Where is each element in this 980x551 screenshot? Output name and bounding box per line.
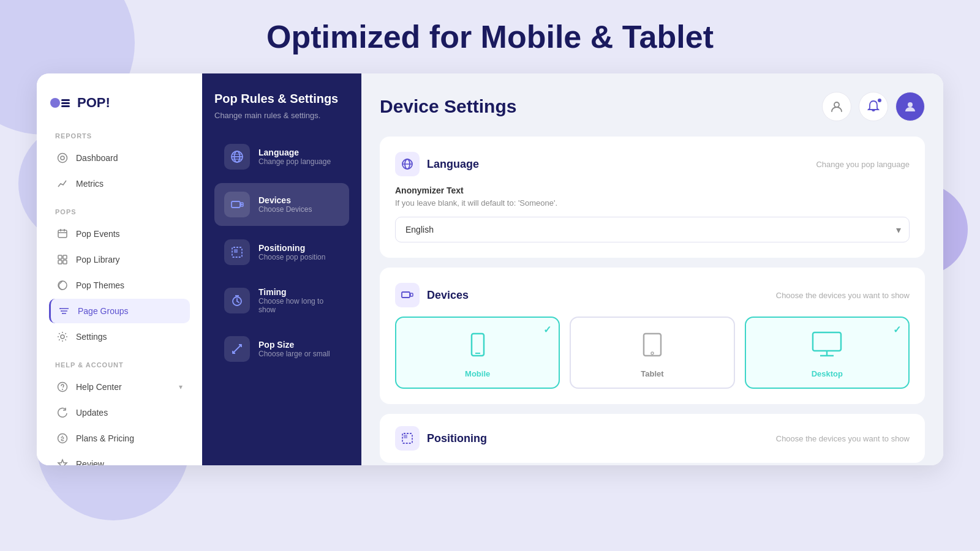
desktop-icon (810, 330, 843, 363)
language-select-wrap: English French Spanish German ▾ (395, 217, 910, 242)
positioning-card-hint: Choose the devices you want to show (776, 434, 910, 443)
desktop-label: Desktop (812, 369, 843, 378)
devices-card-title-area: Devices (395, 283, 469, 307)
svg-line-38 (237, 301, 239, 302)
positioning-card-partial: Positioning Choose the devices you want … (380, 414, 925, 463)
menu-item-devices[interactable]: Devices Choose Devices (214, 183, 349, 226)
notification-button[interactable] (859, 92, 888, 121)
header-actions (822, 92, 925, 121)
svg-rect-31 (232, 201, 240, 208)
svg-point-19 (61, 310, 62, 312)
language-card: Language Change you pop language Anonymi… (380, 137, 925, 258)
sidebar-item-pop-events-label: Pop Events (76, 229, 120, 239)
sidebar-item-pop-themes[interactable]: Pop Themes (49, 273, 190, 298)
app-wrapper: POP! REPORTS Dashboard (37, 73, 943, 465)
device-card-mobile[interactable]: ✓ Mobile (395, 317, 560, 389)
pop-events-icon (56, 228, 69, 240)
svg-marker-25 (58, 460, 67, 465)
sidebar-item-updates[interactable]: Updates (49, 400, 190, 425)
timer-icon (230, 294, 244, 307)
svg-rect-35 (234, 249, 238, 253)
svg-rect-1 (61, 99, 70, 101)
svg-rect-3 (61, 105, 70, 107)
avatar-icon (903, 100, 917, 113)
content-header: Device Settings (380, 92, 925, 121)
positioning-card-left: Positioning (395, 426, 487, 451)
positioning-card-title: Positioning (427, 432, 487, 445)
help-icon (56, 381, 69, 393)
menu-positioning-name: Positioning (258, 243, 325, 253)
menu-item-positioning-text: Positioning Choose pop position (258, 243, 325, 261)
updates-icon (56, 407, 69, 419)
svg-point-18 (59, 308, 61, 309)
sidebar-item-dashboard-label: Dashboard (76, 153, 118, 163)
positioning-card-svg (401, 432, 414, 445)
svg-rect-46 (402, 292, 410, 298)
sidebar-item-plans-pricing[interactable]: Plans & Pricing (49, 426, 190, 451)
devices-card-icon (395, 283, 420, 307)
sidebar: POP! REPORTS Dashboard (37, 73, 202, 465)
language-card-title-area: Language (395, 152, 479, 176)
svg-point-23 (62, 389, 63, 390)
logo-area: POP! (49, 92, 190, 114)
middle-panel: Pop Rules & Settings Change main rules &… (202, 73, 361, 465)
sidebar-item-settings[interactable]: Settings (49, 324, 190, 349)
globe-card-icon (401, 157, 414, 171)
panel-title: Pop Rules & Settings (214, 92, 349, 106)
language-select[interactable]: English French Spanish German (395, 217, 910, 242)
user-button[interactable] (822, 92, 851, 121)
review-icon (56, 458, 69, 465)
sidebar-item-updates-label: Updates (76, 408, 108, 418)
help-chevron-icon: ▾ (179, 383, 183, 391)
logo-icon (49, 92, 71, 114)
sidebar-item-pop-events[interactable]: Pop Events (49, 222, 190, 246)
svg-point-0 (50, 98, 60, 108)
menu-positioning-desc: Choose pop position (258, 253, 325, 261)
language-card-icon (395, 152, 420, 176)
svg-point-51 (651, 352, 654, 354)
svg-rect-47 (410, 293, 413, 296)
menu-icon-language-wrap (224, 144, 250, 170)
svg-point-5 (61, 156, 64, 160)
svg-rect-11 (63, 255, 67, 259)
mobile-icon (463, 330, 492, 363)
device-card-tablet[interactable]: Tablet (570, 317, 734, 389)
sidebar-item-help-center-label: Help Center (76, 382, 122, 392)
menu-item-timing[interactable]: Timing Choose how long to show (214, 279, 349, 323)
dashboard-icon (56, 152, 69, 164)
positioning-icon (230, 246, 244, 259)
svg-point-4 (58, 154, 67, 163)
sidebar-item-page-groups[interactable]: Page Groups (49, 299, 190, 323)
menu-item-language[interactable]: Language Change pop language (214, 135, 349, 178)
device-card-desktop[interactable]: ✓ Desktop (745, 317, 910, 389)
device-icon (230, 198, 244, 211)
sidebar-item-review[interactable]: Review (49, 452, 190, 465)
menu-item-pop-size[interactable]: Pop Size Choose large or small (214, 328, 349, 370)
svg-point-24 (58, 434, 67, 443)
sidebar-item-pop-library[interactable]: Pop Library (49, 247, 190, 272)
sidebar-item-dashboard[interactable]: Dashboard (49, 146, 190, 170)
menu-devices-name: Devices (258, 195, 312, 205)
sidebar-item-metrics[interactable]: Metrics (49, 171, 190, 196)
sidebar-item-help-center[interactable]: Help Center ▾ (49, 375, 190, 399)
anon-label: Anonymizer Text (395, 186, 910, 195)
svg-point-22 (58, 383, 67, 392)
svg-rect-10 (58, 255, 62, 259)
tablet-label: Tablet (641, 369, 663, 378)
user-icon (830, 100, 843, 113)
sidebar-item-pop-themes-label: Pop Themes (76, 280, 124, 290)
pricing-icon (56, 432, 69, 444)
svg-rect-13 (63, 260, 67, 264)
svg-rect-52 (813, 332, 841, 351)
menu-item-positioning[interactable]: Positioning Choose pop position (214, 231, 349, 274)
devices-card: Devices Choose the devices you want to s… (380, 268, 925, 404)
panel-subtitle: Change main rules & settings. (214, 111, 349, 120)
svg-point-21 (61, 335, 64, 339)
main-content: Device Settings (361, 73, 943, 465)
page-groups-icon (58, 305, 70, 317)
settings-icon (56, 331, 69, 343)
devices-grid: ✓ Mobile (395, 317, 910, 389)
avatar-button[interactable] (895, 92, 925, 121)
svg-rect-48 (472, 334, 484, 356)
help-item-left: Help Center (56, 381, 122, 393)
